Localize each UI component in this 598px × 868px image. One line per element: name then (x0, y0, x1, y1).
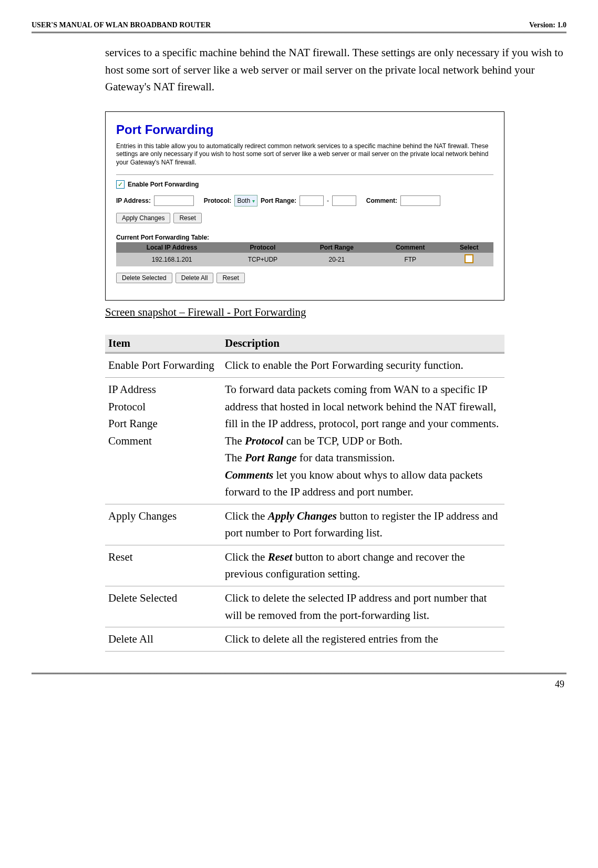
comment-label: Comment: (366, 197, 397, 204)
input-row: IP Address: Protocol: Both ▾ Port Range:… (116, 195, 493, 206)
portrange-from-input[interactable] (300, 195, 324, 206)
apply-changes-button[interactable]: Apply Changes (116, 213, 170, 223)
table-title: Current Port Forwarding Table: (116, 234, 493, 241)
button-row-2: Delete Selected Delete All Reset (116, 273, 493, 283)
delete-selected-button[interactable]: Delete Selected (116, 273, 172, 283)
desc-ipblock: To forward data packets coming from WAN … (222, 377, 504, 504)
reset-button[interactable]: Reset (173, 213, 201, 223)
header-right: Version: 1.0 (529, 21, 566, 29)
cell-range: 20-21 (298, 253, 376, 266)
table-row: 192.168.1.201 TCP+UDP 20-21 FTP (116, 253, 493, 266)
desc-row-reset: Reset Click the Reset button to abort ch… (105, 545, 504, 586)
protocol-label: Protocol: (204, 197, 232, 204)
page-number: 49 (32, 679, 566, 690)
panel-divider (116, 174, 493, 175)
item-apply: Apply Changes (105, 504, 222, 545)
screenshot-caption: Screen snapshot – Firewall - Port Forwar… (105, 306, 566, 319)
item-enable: Enable Port Forwarding (105, 353, 222, 378)
header-rule (32, 32, 566, 34)
cell-ip: 192.168.1.201 (116, 253, 228, 266)
delete-all-button[interactable]: Delete All (176, 273, 214, 283)
enable-label: Enable Port Forwarding (128, 181, 199, 188)
item-delsel: Delete Selected (105, 586, 222, 627)
port-forwarding-panel: Port Forwarding Entries in this table al… (105, 111, 504, 301)
forwarding-table: Local IP Address Protocol Port Range Com… (116, 242, 493, 266)
chevron-down-icon: ▾ (252, 198, 255, 204)
item-ipblock: IP Address Protocol Port Range Comment (105, 377, 222, 504)
desc-delall: Click to delete all the registered entri… (222, 627, 504, 652)
desc-delsel: Click to delete the selected IP address … (222, 586, 504, 627)
cell-proto: TCP+UDP (228, 253, 297, 266)
portrange-to-input[interactable] (332, 195, 356, 206)
desc-header-desc: Description (222, 335, 504, 353)
description-table: Item Description Enable Port Forwarding … (105, 335, 504, 651)
col-local-ip: Local IP Address (116, 242, 228, 253)
desc-header-row: Item Description (105, 335, 504, 353)
col-comment: Comment (376, 242, 445, 253)
protocol-value: Both (237, 197, 250, 204)
cell-comment: FTP (376, 253, 445, 266)
desc-row-apply: Apply Changes Click the Apply Changes bu… (105, 504, 504, 545)
button-row-1: Apply Changes Reset (116, 213, 493, 223)
desc-enable: Click to enable the Port Forwarding secu… (222, 353, 504, 378)
enable-checkbox[interactable]: ✓ (116, 180, 125, 189)
desc-row-enable: Enable Port Forwarding Click to enable t… (105, 353, 504, 378)
enable-row: ✓ Enable Port Forwarding (116, 180, 493, 189)
desc-row-ipblock: IP Address Protocol Port Range Comment T… (105, 377, 504, 504)
reset-button-2[interactable]: Reset (216, 273, 244, 283)
desc-header-item: Item (105, 335, 222, 353)
comment-input[interactable] (400, 195, 440, 206)
desc-reset: Click the Reset button to abort change a… (222, 545, 504, 586)
portrange-sep: - (327, 197, 329, 204)
footer-rule (32, 673, 566, 675)
intro-paragraph: services to a specific machine behind th… (105, 44, 566, 96)
protocol-select[interactable]: Both ▾ (234, 195, 257, 206)
ip-input[interactable] (154, 195, 194, 206)
ip-label: IP Address: (116, 197, 151, 204)
col-protocol: Protocol (228, 242, 297, 253)
panel-desc: Entries in this table allow you to autom… (116, 142, 493, 167)
desc-row-delsel: Delete Selected Click to delete the sele… (105, 586, 504, 627)
desc-apply: Click the Apply Changes button to regist… (222, 504, 504, 545)
item-reset: Reset (105, 545, 222, 586)
item-delall: Delete All (105, 627, 222, 652)
header-left: USER'S MANUAL OF WLAN BROADBAND ROUTER (32, 21, 211, 29)
panel-title: Port Forwarding (116, 122, 493, 137)
portrange-label: Port Range: (261, 197, 296, 204)
col-select: Select (445, 242, 493, 253)
select-checkbox[interactable] (465, 254, 473, 263)
table-header-row: Local IP Address Protocol Port Range Com… (116, 242, 493, 253)
cell-select (445, 253, 493, 266)
desc-row-delall: Delete All Click to delete all the regis… (105, 627, 504, 652)
col-port-range: Port Range (298, 242, 376, 253)
